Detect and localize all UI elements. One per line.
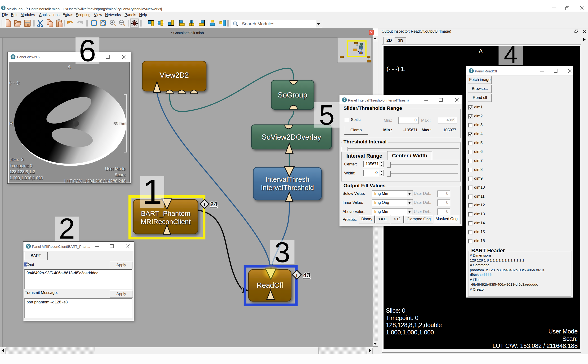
svg-text:SoGroup: SoGroup [278, 91, 307, 99]
svg-text:IntervalThreshold: IntervalThreshold [261, 184, 314, 191]
svg-text:24: 24 [210, 201, 217, 208]
svg-text:60 mm: 60 mm [113, 121, 126, 126]
svg-text:i: i [203, 201, 205, 208]
svg-text:SoView2DOverlay: SoView2DOverlay [262, 133, 321, 141]
svg-text:ReadCfl: ReadCfl [257, 281, 283, 289]
svg-text:View2D2: View2D2 [160, 71, 189, 79]
svg-text:IntervalThresh: IntervalThresh [265, 176, 309, 183]
svg-text:MRIReconClient: MRIReconClient [141, 218, 190, 226]
svg-text:43: 43 [303, 272, 310, 279]
svg-text:i: i [296, 272, 298, 279]
